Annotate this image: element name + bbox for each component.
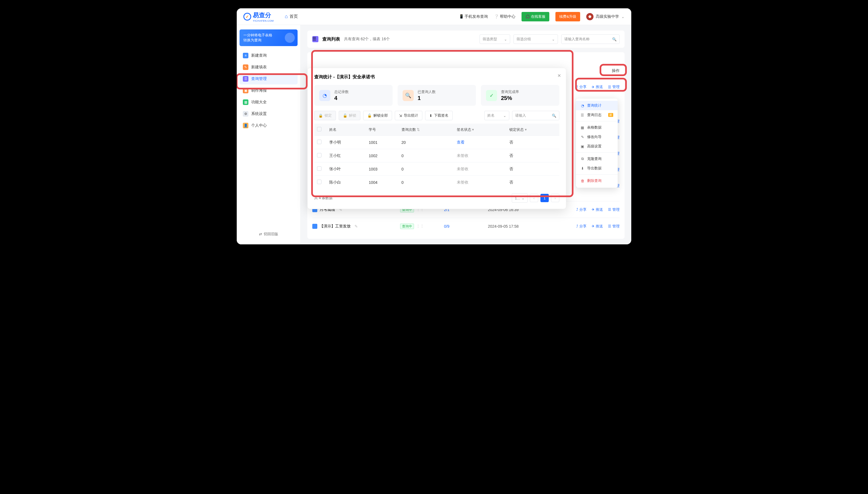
dd-export[interactable]: ⬇导出数据 (576, 164, 618, 173)
trash-icon: 🗑 (580, 179, 584, 183)
row-checkbox[interactable] (317, 140, 321, 144)
dd-query-log[interactable]: ☰查询日志新 (576, 110, 618, 120)
manage-dropdown: ◔查询统计 ☰查询日志新 ▦表格数据 ✎修改向导 ▣高级设置 ⧉克隆查询 ⬇导出… (576, 99, 618, 188)
next-page-button[interactable]: › (551, 194, 559, 202)
nav-home[interactable]: ⌂ 首页 (285, 14, 298, 19)
dd-query-stats[interactable]: ◔查询统计 (576, 101, 618, 110)
dd-edit-wizard[interactable]: ✎修改向导 (576, 132, 618, 141)
lock-icon: 🔒 (318, 114, 323, 118)
dd-delete[interactable]: 🗑删除查询 (576, 176, 618, 186)
edit-icon[interactable]: ✎ (354, 224, 358, 229)
page-size-select[interactable]: 1...⌄ (512, 193, 528, 203)
filter-icon[interactable]: ▾ (472, 128, 474, 132)
sidebar-item-new-form[interactable]: ✎新建填表 (240, 62, 298, 73)
chevron-down-icon: ⌄ (504, 37, 507, 41)
search-input[interactable]: 请输入查询名称🔍 (561, 34, 620, 44)
push-button[interactable]: ✈ 推送 (592, 84, 603, 90)
manage-button[interactable]: ☰ 管理 (608, 84, 620, 90)
home-icon: ⌂ (285, 14, 288, 19)
close-icon[interactable]: ✕ (557, 73, 561, 78)
prev-page-button[interactable]: ‹ (530, 194, 538, 202)
list-title: 查询列表 (322, 36, 340, 42)
chevron-down-icon: ⌄ (503, 114, 506, 118)
unlock-icon: 🔓 (343, 114, 347, 118)
grid-icon: ▦ (243, 99, 248, 105)
export-stats-button[interactable]: ⇲导出统计 (395, 111, 422, 120)
download-icon: ⬇ (580, 166, 584, 171)
school-dropdown[interactable]: 高级实验中学 ⌄ (586, 13, 625, 20)
share-button[interactable]: ⤴ 分享 (576, 207, 587, 212)
page-1-button[interactable]: 1 (540, 194, 549, 202)
table-icon: ▦ (580, 126, 584, 130)
sidebar-item-profile[interactable]: 👤个人中心 (240, 120, 298, 131)
share-button[interactable]: ⤴ 分享 (576, 84, 587, 90)
chevron-down-icon: ⌄ (621, 15, 625, 19)
table-row[interactable]: 张小叶10030 未签收否 (314, 163, 559, 176)
form-icon: ✎ (243, 64, 248, 70)
statistics-modal: 查询统计 -【演示】安全承诺书 ✕ ◔总记录数4 🔍已查询人数1 ✓查询完成率2… (307, 68, 566, 209)
switch-old-version[interactable]: ⇄ 切回旧版 (240, 228, 298, 240)
sort-icon[interactable]: ⇅ (417, 128, 420, 132)
modal-search-input[interactable]: 请输入🔍 (512, 111, 559, 120)
select-all-checkbox[interactable] (317, 127, 321, 131)
total-count: 共 4 条数据 (314, 195, 333, 201)
unlock-all-button[interactable]: 🔓解锁全部 (363, 111, 392, 120)
dd-table-data[interactable]: ▦表格数据 (576, 123, 618, 132)
field-select[interactable]: 姓名⌄ (484, 111, 509, 120)
list-icon: ☰ (312, 36, 318, 42)
modal-title: 查询统计 -【演示】安全承诺书 (314, 74, 559, 80)
user-icon: 👤 (243, 123, 248, 128)
export-icon: ⇲ (399, 114, 402, 118)
table-row[interactable]: 【演示】工资发放 ✎ 查询中⋮⋮ 0/9 2024-09-05 17:58 ⤴ … (312, 218, 620, 234)
check-icon: ✓ (486, 90, 497, 101)
brand-logo[interactable]: 易查分YICHAFEN.COM (243, 11, 274, 22)
list-icon: ☰ (243, 76, 248, 82)
row-date: 2024-09-05 17:58 (488, 224, 549, 229)
sidebar-item-features[interactable]: ▦功能大全 (240, 97, 298, 108)
log-icon: ☰ (580, 113, 584, 117)
sidebar-item-new-query[interactable]: ≡新建查询 (240, 50, 298, 61)
online-service-button[interactable]: 🎧 在线客服 (521, 12, 549, 21)
promo-banner[interactable]: 一分钟将电子表格转换为查询 (240, 30, 298, 46)
row-checkbox[interactable] (317, 153, 321, 157)
table-row[interactable]: 陈小白10040 未签收否 (314, 176, 559, 189)
pencil-icon: ✎ (580, 135, 584, 139)
row-checkbox[interactable] (317, 166, 321, 171)
search-icon: 🔍 (612, 37, 616, 41)
filter-group-select[interactable]: 筛选分组⌄ (514, 34, 558, 44)
mobile-publish-link[interactable]: 📱 手机发布查询 (459, 14, 488, 19)
list-count: 共有查询 62个，填表 16个 (344, 37, 390, 42)
push-button[interactable]: ✈ 推送 (592, 207, 603, 212)
row-numbers[interactable]: 0/9 (444, 224, 488, 229)
search-icon: 🔍 (403, 90, 414, 101)
search-icon: 🔍 (552, 114, 556, 118)
lock-button[interactable]: 🔒锁定 (314, 111, 336, 120)
row-checkbox[interactable] (317, 180, 321, 184)
table-row[interactable]: 王小红10020 未签收否 (314, 149, 559, 163)
filter-type-select[interactable]: 筛选类型⌄ (480, 34, 510, 44)
gear-icon: ⚙ (243, 111, 248, 117)
sidebar-item-query-manage[interactable]: ☰查询管理 (240, 73, 298, 84)
unlock-button[interactable]: 🔓解锁 (339, 111, 361, 120)
push-button[interactable]: ✈ 推送 (592, 224, 603, 229)
sidebar-item-settings[interactable]: ⚙系统设置 (240, 108, 298, 119)
dd-advanced[interactable]: ▣高级设置 (576, 141, 618, 151)
unlock-icon: 🔓 (367, 114, 372, 118)
chevron-down-icon: ⌄ (552, 37, 555, 41)
download-icon: ⬇ (429, 114, 432, 118)
manage-button[interactable]: ☰ 管理 (608, 224, 620, 229)
grid-icon: ▣ (580, 145, 584, 149)
school-avatar (586, 13, 593, 20)
filter-icon[interactable]: ▾ (525, 128, 527, 132)
upgrade-button[interactable]: 续费&升级 (555, 12, 580, 21)
pie-icon: ◔ (319, 90, 330, 101)
file-icon: ≡ (243, 53, 248, 58)
download-sign-button[interactable]: ⬇下载签名 (425, 111, 453, 120)
row-icon (312, 224, 317, 229)
sidebar-item-poster[interactable]: ▣制作海报 (240, 85, 298, 96)
manage-button[interactable]: ☰ 管理 (608, 207, 620, 212)
dd-clone[interactable]: ⧉克隆查询 (576, 154, 618, 164)
help-link[interactable]: ❔ 帮助中心 (494, 14, 515, 19)
share-button[interactable]: ⤴ 分享 (576, 224, 587, 229)
table-row[interactable]: 李小明100120 查看否 (314, 136, 559, 149)
